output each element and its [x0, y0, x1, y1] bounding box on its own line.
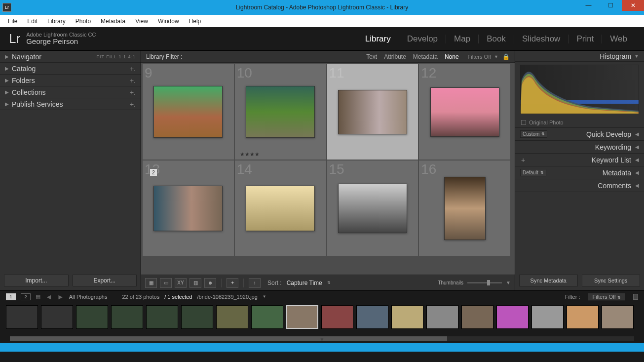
close-button[interactable]: ✕ [622, 0, 644, 11]
original-photo-row[interactable]: Original Photo [515, 117, 644, 128]
keywording-panel[interactable]: Keywording ◀ [515, 141, 644, 154]
menu-photo[interactable]: Photo [71, 18, 96, 25]
sync-settings-button[interactable]: Sync Settings [582, 275, 641, 286]
grid-cell[interactable]: 132 [142, 160, 234, 256]
chevron-down-icon[interactable]: ⇅ [327, 281, 331, 285]
menu-metadata[interactable]: Metadata [96, 18, 130, 25]
filter-attribute[interactable]: Attribute [384, 53, 406, 60]
sort-direction-icon[interactable]: ↕ [249, 278, 261, 288]
thumbnail-image[interactable] [246, 186, 315, 231]
sort-value[interactable]: Capture Time [287, 280, 322, 286]
keyword-list-panel[interactable]: + Keyword List ◀ [515, 154, 644, 166]
add-icon[interactable]: +. [130, 65, 136, 73]
histogram-panel-header[interactable]: Histogram ▼ [515, 51, 644, 62]
chevron-down-icon[interactable]: ▼ [506, 280, 511, 285]
filmstrip-thumb[interactable] [251, 305, 283, 329]
chevron-down-icon[interactable]: ▼ [494, 54, 498, 59]
add-icon[interactable]: +. [130, 77, 136, 84]
checkbox-icon[interactable] [521, 120, 526, 125]
maximize-button[interactable]: ☐ [600, 0, 622, 11]
menu-file[interactable]: File [3, 18, 22, 25]
grid-cell[interactable]: 16 [418, 160, 511, 256]
filters-off-toggle[interactable]: Filters Off [468, 54, 491, 60]
thumbnail-image[interactable] [444, 177, 486, 240]
filmstrip-thumb[interactable] [602, 305, 634, 329]
menu-library[interactable]: Library [42, 18, 71, 25]
compare-view-icon[interactable]: XY [175, 278, 187, 288]
filmstrip-thumb[interactable] [461, 305, 493, 329]
module-print[interactable]: Print [568, 34, 602, 44]
filmstrip-thumb[interactable] [356, 305, 388, 329]
minimize-button[interactable]: — [577, 0, 600, 11]
grid-cell[interactable]: 14 [234, 160, 327, 256]
stack-badge[interactable]: 2 [150, 168, 157, 176]
filmstrip-thumb[interactable] [6, 305, 38, 329]
loupe-view-icon[interactable]: ▭ [160, 278, 172, 288]
thumbnail-image[interactable] [430, 87, 499, 137]
rating-stars[interactable]: ★★★★ [240, 151, 260, 158]
grid-cell[interactable]: 11 [327, 64, 419, 160]
thumbnail-image[interactable] [246, 86, 315, 138]
module-map[interactable]: Map [446, 34, 478, 44]
comments-panel[interactable]: Comments ◀ [515, 179, 644, 192]
filmstrip-thumb[interactable] [286, 305, 318, 329]
filmstrip-thumb[interactable] [567, 305, 599, 329]
people-view-icon[interactable]: ☻ [204, 278, 216, 288]
filmstrip-thumb[interactable] [391, 305, 423, 329]
filmstrip-thumb[interactable] [146, 305, 178, 329]
panel-collections[interactable]: ▶Collections+. [0, 86, 141, 98]
filmstrip-thumb[interactable] [531, 305, 564, 329]
second-window-toggle[interactable]: 2 [21, 293, 31, 300]
quick-develop-panel[interactable]: Custom⇅ Quick Develop ◀ [515, 128, 644, 141]
thumbnail-image[interactable] [153, 86, 223, 138]
menu-window[interactable]: Window [153, 18, 184, 25]
filter-dropdown[interactable]: Filters Off ⇅ [588, 293, 625, 301]
grid-icon[interactable]: ▦ [36, 293, 40, 300]
filmstrip-thumb[interactable] [41, 305, 73, 329]
grid-cell[interactable]: 10★★★★ [234, 64, 327, 160]
quick-develop-preset[interactable]: Custom⇅ [520, 130, 547, 138]
add-icon[interactable]: +. [130, 100, 136, 108]
module-web[interactable]: Web [602, 34, 635, 44]
filmstrip-thumb[interactable] [496, 305, 529, 329]
filmstrip-thumb[interactable] [321, 305, 353, 329]
metadata-preset[interactable]: Default⇅ [520, 169, 546, 176]
metadata-panel[interactable]: Default⇅ Metadata ◀ [515, 166, 644, 179]
collapse-filmstrip-icon[interactable]: ▼ [320, 337, 325, 342]
thumbnail-grid[interactable]: 910★★★★1112132141516 [141, 63, 515, 275]
import-button[interactable]: Import... [4, 275, 69, 286]
navigator-panel[interactable]: ▶ Navigator FIT FILL 1:1 4:1 [0, 51, 141, 63]
lock-icon[interactable]: 🔒 [502, 53, 510, 60]
grid-view-icon[interactable]: ▦ [145, 278, 157, 288]
painter-icon[interactable]: ✦ [227, 278, 238, 288]
filmstrip-thumb[interactable] [216, 305, 248, 329]
forward-arrow-icon[interactable]: ► [57, 293, 64, 301]
menu-edit[interactable]: Edit [22, 18, 42, 25]
add-icon[interactable]: +. [130, 88, 136, 96]
chevron-down-icon[interactable]: ▼ [263, 294, 266, 299]
navigator-zoom[interactable]: FIT FILL 1:1 4:1 [96, 54, 136, 59]
export-button[interactable]: Export... [73, 275, 137, 286]
grid-cell[interactable]: 9 [142, 64, 234, 160]
thumbnail-image[interactable] [338, 90, 407, 134]
panel-publish-services[interactable]: ▶Publish Services+. [0, 98, 141, 110]
panel-folders[interactable]: ▶Folders+. [0, 75, 141, 86]
filter-metadata[interactable]: Metadata [413, 53, 438, 60]
back-arrow-icon[interactable]: ◄ [45, 293, 52, 301]
thumbnail-image[interactable] [153, 186, 223, 231]
module-book[interactable]: Book [479, 34, 514, 44]
filmstrip-thumb[interactable] [76, 305, 108, 329]
menu-help[interactable]: Help [184, 18, 206, 25]
grid-cell[interactable]: 12 [418, 64, 511, 160]
filmstrip-thumb[interactable] [181, 305, 213, 329]
sync-metadata-button[interactable]: Sync Metadata [519, 275, 578, 286]
thumbnail-size-slider[interactable] [467, 282, 502, 283]
filter-text[interactable]: Text [366, 53, 377, 60]
filmstrip-thumb[interactable] [111, 305, 143, 329]
thumbnail-image[interactable] [338, 184, 407, 233]
add-keyword-icon[interactable]: + [520, 156, 526, 164]
filter-lock-icon[interactable] [633, 294, 638, 300]
module-develop[interactable]: Develop [399, 34, 446, 44]
main-window-toggle[interactable]: 1 [6, 293, 16, 300]
module-library[interactable]: Library [357, 34, 399, 44]
